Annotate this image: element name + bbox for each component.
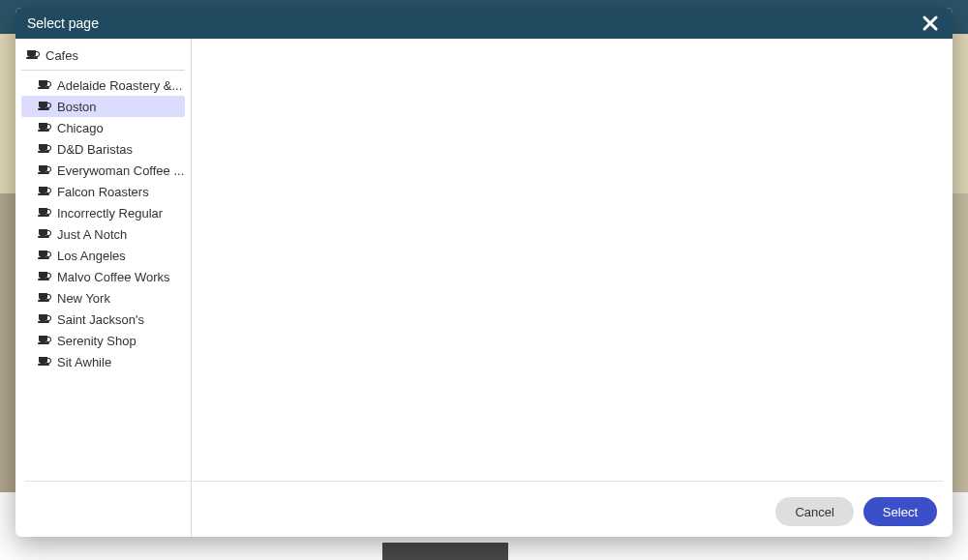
cup-icon — [27, 50, 39, 60]
tree-item-label: D&D Baristas — [57, 142, 133, 157]
tree-item[interactable]: Malvo Coffee Works — [21, 266, 185, 287]
cup-icon — [39, 251, 50, 260]
tree-item[interactable]: Everywoman Coffee ... — [21, 160, 185, 181]
tree-item[interactable]: D&D Baristas — [21, 138, 185, 160]
body-bottom-divider — [25, 481, 943, 482]
cup-icon — [39, 272, 50, 281]
cup-icon — [39, 336, 50, 345]
tree-item[interactable]: Adelaide Roastery &... — [21, 74, 185, 96]
cup-icon — [39, 80, 50, 90]
cup-icon — [39, 165, 50, 175]
tree-item-label: Adelaide Roastery &... — [57, 78, 182, 93]
tree-item-label: Just A Notch — [57, 227, 127, 242]
tree-item-label: Chicago — [57, 121, 104, 135]
close-icon — [922, 15, 939, 32]
tree-item-label: New York — [57, 291, 110, 306]
cup-icon — [39, 187, 50, 196]
tree-item-label: Malvo Coffee Works — [57, 270, 170, 284]
modal-footer: Cancel Select — [15, 486, 953, 537]
page-tree-sidebar: Cafes Adelaide Roastery &...BostonChicag… — [15, 39, 192, 537]
modal-header: Select page — [15, 8, 953, 39]
tree-item-label: Everywoman Coffee ... — [57, 163, 184, 178]
cancel-button[interactable]: Cancel — [775, 497, 853, 526]
tree-item[interactable]: Just A Notch — [21, 223, 185, 245]
tree-item[interactable]: Saint Jackson's — [21, 309, 185, 330]
cup-icon — [39, 293, 50, 303]
modal-content-area — [192, 39, 953, 537]
page-tree-children: Adelaide Roastery &...BostonChicagoD&D B… — [15, 74, 191, 372]
tree-item[interactable]: Sit Awhile — [21, 351, 185, 372]
tree-root-label: Cafes — [45, 48, 78, 63]
tree-item[interactable]: New York — [21, 287, 185, 309]
modal-overlay: Select page Cafes Adelaide Roastery &...… — [0, 0, 968, 560]
cup-icon — [39, 314, 50, 324]
tree-item-label: Sit Awhile — [57, 355, 111, 369]
tree-item[interactable]: Serenity Shop — [21, 330, 185, 351]
select-button[interactable]: Select — [863, 497, 937, 526]
tree-item[interactable]: Falcon Roasters — [21, 181, 185, 202]
cup-icon — [39, 357, 50, 367]
tree-item[interactable]: Los Angeles — [21, 245, 185, 266]
tree-item-label: Incorrectly Regular — [57, 206, 163, 221]
tree-item-label: Falcon Roasters — [57, 185, 149, 199]
cup-icon — [39, 102, 50, 111]
modal-body: Cafes Adelaide Roastery &...BostonChicag… — [15, 39, 953, 537]
page-tree: Cafes — [15, 44, 191, 66]
close-button[interactable] — [918, 13, 943, 34]
cup-icon — [39, 144, 50, 154]
tree-root-item[interactable]: Cafes — [21, 44, 185, 66]
cup-icon — [39, 229, 50, 239]
tree-item[interactable]: Chicago — [21, 117, 185, 138]
tree-divider — [21, 70, 185, 71]
select-page-modal: Select page Cafes Adelaide Roastery &...… — [15, 8, 953, 537]
tree-item-label: Serenity Shop — [57, 334, 136, 348]
tree-item[interactable]: Boston — [21, 96, 185, 117]
cup-icon — [39, 208, 50, 218]
tree-item-label: Los Angeles — [57, 249, 126, 263]
modal-title: Select page — [27, 15, 918, 31]
cup-icon — [39, 123, 50, 133]
tree-item[interactable]: Incorrectly Regular — [21, 202, 185, 223]
tree-item-label: Saint Jackson's — [57, 312, 144, 327]
tree-item-label: Boston — [57, 100, 96, 114]
